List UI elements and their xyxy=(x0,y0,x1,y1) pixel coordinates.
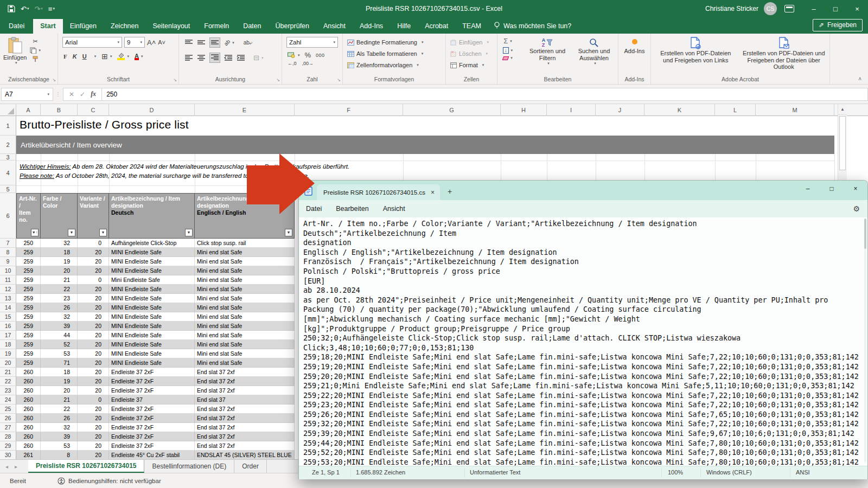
cell[interactable]: 26 xyxy=(41,303,78,312)
cell[interactable]: 259 xyxy=(16,331,41,340)
cell[interactable]: 260 xyxy=(16,432,41,441)
scroll-up-icon[interactable]: ▲ xyxy=(838,104,847,115)
ribbon-tab-acrobat[interactable]: Acrobat xyxy=(418,19,455,34)
cell[interactable]: Endleiste 37 xyxy=(109,395,195,404)
ribbon-tab-einfügen[interactable]: Einfügen xyxy=(63,19,104,34)
row-header-7[interactable]: 7 xyxy=(0,239,16,248)
cell[interactable]: 20 xyxy=(78,368,109,377)
cell[interactable]: Endleiste 37 2xF xyxy=(109,377,195,386)
cell[interactable]: 23 xyxy=(41,294,78,303)
notepad-close-button[interactable]: × xyxy=(844,181,867,197)
cell[interactable]: 259 xyxy=(16,322,41,331)
number-format-select[interactable]: Zahl▾ xyxy=(286,37,338,48)
increase-indent-icon[interactable] xyxy=(237,54,245,61)
row-header-26[interactable]: 26 xyxy=(0,414,16,423)
cell[interactable]: MINI Endleiste Safe xyxy=(109,303,195,312)
cell[interactable]: 260 xyxy=(16,441,41,451)
fill-color-icon[interactable]: ▾ xyxy=(117,53,129,60)
cell[interactable]: End slat 37 2xf xyxy=(195,432,295,441)
cell[interactable]: 20 xyxy=(78,441,109,451)
cell[interactable]: End slat 37 2xf xyxy=(195,423,295,432)
cell[interactable]: ENDSLAT 45 (SILVER) STEEL BLUE xyxy=(195,451,295,459)
row-header-28[interactable]: 28 xyxy=(0,432,16,441)
grow-font-icon[interactable]: A˄ xyxy=(147,38,156,47)
format-as-table-button[interactable]: Als Tabelle formatieren▾ xyxy=(347,50,445,57)
cell[interactable]: 20 xyxy=(78,377,109,386)
column-header-B[interactable]: B xyxy=(41,104,78,116)
row-header-1[interactable]: 1 xyxy=(0,116,16,136)
cell[interactable]: 259 xyxy=(16,303,41,312)
align-left-icon[interactable] xyxy=(184,54,193,61)
column-header-M[interactable]: M xyxy=(756,104,834,116)
cell[interactable]: 260 xyxy=(16,414,41,423)
merge-center-icon[interactable]: ⊟▾ xyxy=(253,54,263,62)
filter-sort-button[interactable]: ▼↑ xyxy=(31,229,39,236)
cell[interactable]: MINI Endleiste Safe xyxy=(109,322,195,331)
comma-style-icon[interactable]: 000 xyxy=(316,53,325,58)
cell[interactable]: 21 xyxy=(41,275,78,285)
cell[interactable]: End slat 37 2xf xyxy=(195,404,295,414)
cell[interactable]: Endleiste 37 2xF xyxy=(109,441,195,451)
cell[interactable]: Mini end slat Safe xyxy=(195,294,295,303)
ribbon-tab-zeichnen[interactable]: Zeichnen xyxy=(104,19,145,34)
align-bottom-icon[interactable] xyxy=(210,38,219,46)
ribbon-tab-formeln[interactable]: Formeln xyxy=(197,19,236,34)
cell[interactable]: End slat 37 xyxy=(195,395,295,404)
ribbon-tab-überprüfen[interactable]: Überprüfen xyxy=(268,19,316,34)
customize-quick-access-icon[interactable]: ≡▾ xyxy=(48,5,55,13)
copy-icon[interactable]: ▾ xyxy=(30,47,41,54)
clear-icon[interactable]: ▾ xyxy=(503,56,513,60)
cell[interactable]: 32 xyxy=(41,423,78,432)
cell[interactable]: Mini end slat Safe xyxy=(195,358,295,368)
row-header-21[interactable]: 21 xyxy=(0,368,16,377)
cell[interactable]: Mini end slat Safe xyxy=(195,312,295,322)
format-painter-icon[interactable] xyxy=(32,56,39,62)
cell[interactable]: 0 xyxy=(78,395,109,404)
cell[interactable]: 259 xyxy=(16,285,41,294)
column-header-I[interactable]: I xyxy=(547,104,596,116)
cell[interactable]: Mini end slat Safe xyxy=(195,266,295,275)
cell[interactable]: 20 xyxy=(78,423,109,432)
gear-icon[interactable]: ⚙ xyxy=(853,204,860,213)
cell[interactable]: Endleiste 45° Cu 2xF stabil xyxy=(109,451,195,459)
cell[interactable]: 259 xyxy=(16,294,41,303)
row-header-20[interactable]: 20 xyxy=(0,358,16,368)
cell[interactable]: Mini end slat Safe xyxy=(195,248,295,257)
cell[interactable]: 259 xyxy=(16,312,41,322)
cell[interactable]: 39 xyxy=(41,432,78,441)
cell[interactable]: 20 xyxy=(78,404,109,414)
cell[interactable]: Endleiste 37 2xF xyxy=(109,423,195,432)
bold-button[interactable]: F xyxy=(63,53,67,60)
cell[interactable]: 32 xyxy=(41,312,78,322)
percent-style-icon[interactable]: % xyxy=(305,51,311,59)
notepad-tab[interactable]: Preisliste RSR 102671026734015.cs × xyxy=(317,184,440,200)
cell[interactable]: Click stop susp. rail xyxy=(195,239,295,248)
sheet-nav[interactable]: ◂▸ xyxy=(0,460,28,473)
cell[interactable]: 259 xyxy=(16,266,41,275)
cell[interactable]: 20 xyxy=(78,340,109,349)
cell[interactable]: 71 xyxy=(41,358,78,368)
fill-down-icon[interactable]: ↓▾ xyxy=(503,47,513,54)
column-header-G[interactable]: G xyxy=(403,104,501,116)
menu-datei[interactable]: Datei xyxy=(299,205,329,213)
cell-styles-button[interactable]: Zellenformatvorlagen▾ xyxy=(347,62,445,68)
increase-decimal-icon[interactable]: ←,0 xyxy=(288,61,297,66)
cell[interactable]: MINI Endleiste Safe xyxy=(109,266,195,275)
cell[interactable]: MINI Endleiste Safe xyxy=(109,257,195,266)
cell[interactable]: 250 xyxy=(16,239,41,248)
format-cells-button[interactable]: Format▾ xyxy=(450,62,497,68)
borders-icon[interactable]: ⊞▾ xyxy=(101,52,112,61)
column-header-K[interactable]: K xyxy=(644,104,715,116)
row-header-12[interactable]: 12 xyxy=(0,285,16,294)
cell[interactable]: 260 xyxy=(16,404,41,414)
cell[interactable]: MINI Endleiste Safe xyxy=(109,340,195,349)
cell[interactable]: 259 xyxy=(16,340,41,349)
cell[interactable]: 44 xyxy=(41,331,78,340)
row-header-14[interactable]: 14 xyxy=(0,303,16,312)
row-header-8[interactable]: 8 xyxy=(0,248,16,257)
create-pdf-outlook-button[interactable]: Erstellen von PDF-Dateien und Freigeben … xyxy=(742,37,826,70)
undo-button[interactable]: ↶▾ xyxy=(21,5,29,13)
create-pdf-share-links-button[interactable]: Erstellen von PDF-Dateien und Freigeben … xyxy=(655,37,736,70)
ribbon-tab-hilfe[interactable]: Hilfe xyxy=(390,19,418,34)
number-dialog-launcher[interactable]: ↘ xyxy=(337,78,341,82)
